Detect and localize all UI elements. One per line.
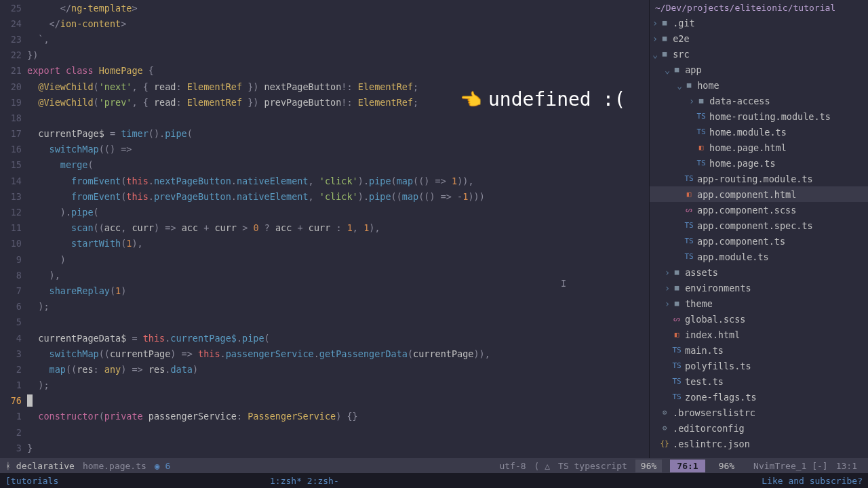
tree-item-label: .browserslistrc xyxy=(673,407,755,418)
code-line[interactable]: 2 xyxy=(0,424,649,440)
tree-folder[interactable]: ⌄■src xyxy=(650,46,868,62)
code-line[interactable]: 1 ); xyxy=(0,378,649,393)
tree-item-label: e2e xyxy=(673,33,689,44)
tree-file[interactable]: ⚙.editorconfig xyxy=(650,420,868,436)
code-line[interactable]: 3 switchMap((currentPage) => this.passen… xyxy=(0,346,649,361)
line-number: 18 xyxy=(0,113,27,123)
line-number: 15 xyxy=(0,159,27,170)
tree-file[interactable]: TShome.page.ts xyxy=(650,155,868,171)
chevron-right-icon: › xyxy=(652,33,658,44)
statusline: ᚼ declarative home.page.ts ◉ 6 utf-8 ⟨ △… xyxy=(0,458,868,473)
code-line[interactable]: 17 currentPage$ = timer().pipe( xyxy=(0,126,649,142)
code-line[interactable]: 13 fromEvent(this.prevPageButton.nativeE… xyxy=(0,188,649,204)
tree-file[interactable]: ◧app.component.html xyxy=(650,186,868,202)
line-number: 12 xyxy=(0,207,27,218)
tree-item-label: home.module.ts xyxy=(709,127,787,138)
line-number: 3 xyxy=(0,443,27,453)
tree-item-label: .eslintrc.json xyxy=(673,439,750,449)
code-area[interactable]: 25 </ng-template>24 </ion-content>23 `,2… xyxy=(0,0,649,458)
code-line[interactable]: 9 ) xyxy=(0,251,649,267)
tree-file[interactable]: ◧home.page.html xyxy=(650,140,868,155)
callout-text: undefined :( xyxy=(488,88,625,110)
code-line[interactable]: 15 merge( xyxy=(0,157,649,173)
tree-file[interactable]: TSapp.component.spec.ts xyxy=(650,218,868,233)
code-line[interactable]: 6 ); xyxy=(0,299,649,314)
html-icon: ◧ xyxy=(684,190,694,199)
code-line[interactable]: 3} xyxy=(0,440,649,455)
callout: 👈 undefined :( xyxy=(460,88,625,110)
config-icon: ⚙ xyxy=(659,408,670,417)
code-line[interactable]: 16 switchMap(() => xyxy=(0,142,649,157)
tree-folder[interactable]: ›■e2e xyxy=(650,30,868,46)
code-line[interactable]: 25 </ng-template> xyxy=(0,0,649,16)
line-number: 6 xyxy=(0,301,27,312)
chevron-down-icon: ⌄ xyxy=(665,64,670,75)
tree-file[interactable]: ᔕapp.component.scss xyxy=(650,202,868,218)
tree-file[interactable]: TSapp-routing.module.ts xyxy=(650,171,868,186)
tree-item-label: app xyxy=(685,64,701,75)
code-line[interactable]: 76 xyxy=(0,393,649,409)
ts-icon: TS xyxy=(696,159,707,167)
line-number: 20 xyxy=(0,81,27,92)
tree-item-label: app.component.html xyxy=(697,189,796,200)
tree-item-label: global.scss xyxy=(685,314,745,325)
code-line[interactable]: 21export class HomePage { xyxy=(0,63,649,79)
file-tree[interactable]: ›■.git›■e2e⌄■src⌄■app⌄■home›■data-access… xyxy=(650,15,868,458)
code-line[interactable]: 14 fromEvent(this.nextPageButton.nativeE… xyxy=(0,173,649,188)
line-number: 22 xyxy=(0,49,27,60)
tree-file[interactable]: {}.eslintrc.json xyxy=(650,436,868,451)
tree-file[interactable]: ⚙.browserslistrc xyxy=(650,405,868,420)
tree-folder[interactable]: ⌄■app xyxy=(650,62,868,77)
code-line[interactable]: 23 `, xyxy=(0,31,649,47)
chevron-right-icon: › xyxy=(652,18,658,28)
code-line[interactable]: 1 constructor(private passengerService: … xyxy=(0,409,649,424)
tree-folder[interactable]: ›■assets xyxy=(650,264,868,280)
code-line[interactable]: 5 xyxy=(0,314,649,330)
line-number: 8 xyxy=(0,270,27,281)
tree-file[interactable]: TShome.module.ts xyxy=(650,124,868,140)
tree-folder[interactable]: ›■data-access xyxy=(650,93,868,108)
tree-file[interactable]: TSapp.module.ts xyxy=(650,249,868,264)
line-number: 13 xyxy=(0,191,27,202)
chevron-right-icon: › xyxy=(665,298,670,309)
ts-icon: TS xyxy=(671,361,682,370)
code-line[interactable]: 24 </ion-content> xyxy=(0,16,649,31)
code-line[interactable]: 10 startWith(1), xyxy=(0,236,649,251)
code-line[interactable]: 12 ).pipe( xyxy=(0,204,649,220)
tree-item-label: .git xyxy=(673,18,695,28)
tree-folder[interactable]: ›■theme xyxy=(650,296,868,311)
tree-item-label: app.component.scss xyxy=(697,205,796,216)
tree-file[interactable]: ᔕglobal.scss xyxy=(650,311,868,327)
sidebar-path: ~/Dev/projects/eliteionic/tutorial xyxy=(650,0,868,15)
tmux-session: [tutorials xyxy=(5,476,58,486)
tree-file[interactable]: TSzone-flags.ts xyxy=(650,389,868,405)
tree-file[interactable]: TSapp.component.ts xyxy=(650,233,868,249)
tree-file[interactable]: TSmain.ts xyxy=(650,342,868,358)
code-line[interactable]: 4 currentPageData$ = this.currentPage$.p… xyxy=(0,330,649,346)
code-line[interactable]: 18 xyxy=(0,110,649,125)
tree-folder[interactable]: ⌄■home xyxy=(650,77,868,93)
chevron-right-icon: › xyxy=(689,96,694,106)
tree-file[interactable]: ◧index.html xyxy=(650,327,868,342)
folder-icon: ■ xyxy=(671,283,682,292)
code-line[interactable]: 7 shareReplay(1) xyxy=(0,283,649,298)
code-line[interactable]: 11 scan((acc, curr) => acc + curr > 0 ? … xyxy=(0,220,649,236)
tree-folder[interactable]: ›■environments xyxy=(650,280,868,296)
code-line[interactable]: 8 ), xyxy=(0,267,649,283)
code-line[interactable]: 22}) xyxy=(0,47,649,63)
line-number: 19 xyxy=(0,97,27,108)
code-line[interactable]: 2 map((res: any) => res.data) xyxy=(0,361,649,377)
tree-file[interactable]: TStest.ts xyxy=(650,373,868,389)
status-sep: ⟨ △ xyxy=(534,461,550,471)
file-tree-sidebar: ~/Dev/projects/eliteionic/tutorial ›■.gi… xyxy=(650,0,868,458)
tree-file[interactable]: TShome-routing.module.ts xyxy=(650,108,868,124)
line-number: 9 xyxy=(0,254,27,265)
tree-file[interactable]: TSpolyfills.ts xyxy=(650,358,868,373)
tree-item-label: data-access xyxy=(709,96,770,106)
line-number: 14 xyxy=(0,176,27,186)
tree-item-label: environments xyxy=(685,283,751,293)
tmux-windows: 1:zsh* 2:zsh- xyxy=(270,476,339,486)
tree-folder[interactable]: ›■.git xyxy=(650,15,868,30)
ts-icon: TS xyxy=(671,377,682,386)
tree-item-label: index.html xyxy=(685,329,740,340)
